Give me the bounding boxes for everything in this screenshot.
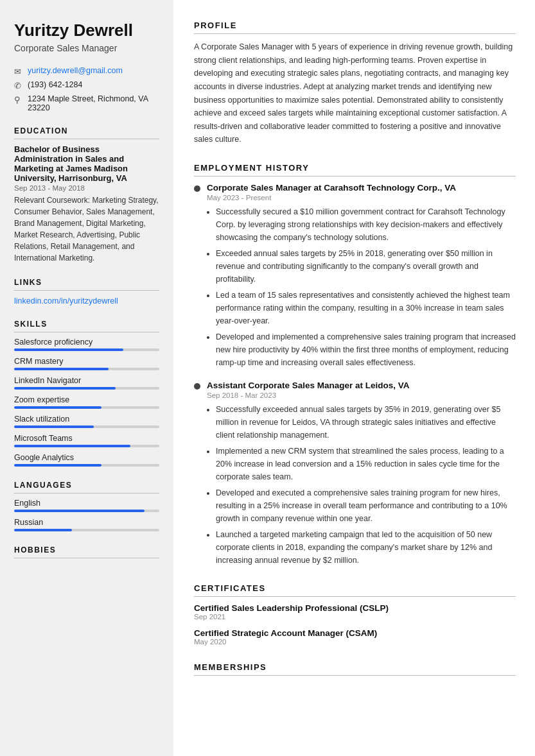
job-dot	[194, 185, 200, 192]
skill-item: LinkedIn Navigator	[14, 376, 159, 390]
location-icon: ⚲	[14, 95, 23, 105]
certificates-section-title: CERTIFICATES	[194, 583, 516, 597]
cert-name: Certified Strategic Account Manager (CSA…	[194, 628, 516, 638]
skill-item: CRM mastery	[14, 357, 159, 370]
job-bullet: Developed and executed a comprehensive s…	[216, 486, 516, 525]
skill-name: Salesforce proficiency	[14, 338, 159, 347]
job-bullet: Implemented a new CRM system that stream…	[216, 445, 516, 483]
skill-bar-bg	[14, 445, 159, 447]
email-icon: ✉	[14, 67, 23, 76]
languages-section: LANGUAGES English Russian	[14, 481, 159, 531]
cert-block: Certified Sales Leadership Professional …	[194, 603, 516, 621]
memberships-section-title: MEMBERSHIPS	[194, 662, 516, 676]
linkedin-link[interactable]: linkedin.com/in/yuritzydewrell	[14, 296, 118, 305]
job-header: Corporate Sales Manager at Carahsoft Tec…	[194, 183, 516, 193]
job-bullet: Developed and implemented a comprehensiv…	[216, 331, 516, 369]
skill-bar-fill	[14, 464, 101, 467]
languages-section-title: LANGUAGES	[14, 481, 159, 494]
links-section-title: LINKS	[14, 278, 159, 291]
job-dot	[194, 383, 200, 390]
job-title-main: Corporate Sales Manager at Carahsoft Tec…	[207, 183, 456, 193]
lang-bar-fill	[14, 510, 145, 512]
job-date: May 2023 - Present	[207, 194, 516, 202]
job-title: Corporate Sales Manager	[14, 43, 159, 53]
cert-date: Sep 2021	[194, 613, 516, 621]
skill-name: Microsoft Teams	[14, 434, 159, 443]
links-section: LINKS linkedin.com/in/yuritzydewrell	[14, 278, 159, 305]
job-bullet: Launched a targeted marketing campaign t…	[216, 528, 516, 567]
education-section-title: EDUCATION	[14, 126, 159, 139]
skill-item: Slack utilization	[14, 415, 159, 428]
skill-name: LinkedIn Navigator	[14, 376, 159, 385]
job-bullets: Successfully exceeded annual sales targe…	[207, 403, 516, 567]
certificates-section: CERTIFICATES Certified Sales Leadership …	[194, 583, 516, 646]
memberships-section: MEMBERSHIPS	[194, 662, 516, 676]
address-text: 1234 Maple Street, Richmond, VA 23220	[28, 94, 159, 112]
phone-item: ✆ (193) 642-1284	[14, 80, 159, 90]
skill-item: Salesforce proficiency	[14, 338, 159, 351]
job-block: Corporate Sales Manager at Carahsoft Tec…	[194, 183, 516, 369]
address-item: ⚲ 1234 Maple Street, Richmond, VA 23220	[14, 94, 159, 112]
skills-section-title: SKILLS	[14, 320, 159, 332]
lang-bar-bg	[14, 529, 159, 531]
phone-text: (193) 642-1284	[28, 80, 82, 89]
cert-block: Certified Strategic Account Manager (CSA…	[194, 628, 516, 646]
job-header: Assistant Corporate Sales Manager at Lei…	[194, 381, 516, 390]
lang-name: English	[14, 499, 159, 508]
lang-name: Russian	[14, 518, 159, 527]
skill-bar-bg	[14, 406, 159, 409]
employment-section: EMPLOYMENT HISTORY Corporate Sales Manag…	[194, 163, 516, 567]
skill-bar-fill	[14, 406, 101, 409]
job-bullet: Successfully exceeded annual sales targe…	[216, 403, 516, 442]
lang-bar-bg	[14, 510, 159, 512]
main-content: PROFILE A Corporate Sales Manager with 5…	[173, 0, 535, 756]
employment-section-title: EMPLOYMENT HISTORY	[194, 163, 516, 176]
edu-degree: Bachelor of Business Administration in S…	[14, 144, 159, 183]
profile-section-title: PROFILE	[194, 21, 516, 34]
skill-bar-bg	[14, 464, 159, 467]
job-bullet: Exceeded annual sales targets by 25% in …	[216, 247, 516, 286]
edu-dates: Sep 2013 - May 2018	[14, 184, 159, 192]
skills-section: SKILLS Salesforce proficiency CRM master…	[14, 320, 159, 467]
skill-bar-bg	[14, 348, 159, 351]
skill-bar-fill	[14, 348, 123, 351]
job-bullets: Successfully secured a $10 million gover…	[207, 205, 516, 369]
hobbies-section: HOBBIES	[14, 546, 159, 558]
skill-item: Zoom expertise	[14, 395, 159, 409]
education-section: EDUCATION Bachelor of Business Administr…	[14, 126, 159, 264]
skill-name: Zoom expertise	[14, 395, 159, 404]
skill-item: Google Analytics	[14, 453, 159, 467]
email-link[interactable]: yuritzy.dewrell@gmail.com	[28, 66, 123, 75]
skill-bar-fill	[14, 425, 94, 428]
skill-bar-fill	[14, 368, 109, 370]
job-bullet: Led a team of 15 sales representatives a…	[216, 289, 516, 327]
edu-coursework: Relevant Coursework: Marketing Strategy,…	[14, 194, 159, 264]
job-date: Sep 2018 - Mar 2023	[207, 391, 516, 399]
skill-bar-bg	[14, 387, 159, 390]
job-bullet: Successfully secured a $10 million gover…	[216, 205, 516, 244]
cert-name: Certified Sales Leadership Professional …	[194, 603, 516, 613]
job-block: Assistant Corporate Sales Manager at Lei…	[194, 381, 516, 567]
skill-bar-fill	[14, 445, 130, 447]
email-item: ✉ yuritzy.dewrell@gmail.com	[14, 66, 159, 76]
sidebar: Yuritzy Dewrell Corporate Sales Manager …	[0, 0, 173, 756]
skill-item: Microsoft Teams	[14, 434, 159, 447]
lang-bar-fill	[14, 529, 72, 531]
language-item: English	[14, 499, 159, 512]
skill-name: Google Analytics	[14, 453, 159, 462]
skill-bar-fill	[14, 387, 116, 390]
phone-icon: ✆	[14, 81, 23, 90]
job-title-main: Assistant Corporate Sales Manager at Lei…	[207, 381, 410, 390]
skill-bar-bg	[14, 368, 159, 370]
skill-name: CRM mastery	[14, 357, 159, 366]
contact-block: ✉ yuritzy.dewrell@gmail.com ✆ (193) 642-…	[14, 66, 159, 112]
skill-name: Slack utilization	[14, 415, 159, 424]
profile-section: PROFILE A Corporate Sales Manager with 5…	[194, 21, 516, 146]
name: Yuritzy Dewrell	[14, 21, 159, 40]
profile-text: A Corporate Sales Manager with 5 years o…	[194, 40, 516, 146]
skill-bar-bg	[14, 425, 159, 428]
language-item: Russian	[14, 518, 159, 531]
hobbies-section-title: HOBBIES	[14, 546, 159, 558]
cert-date: May 2020	[194, 638, 516, 646]
